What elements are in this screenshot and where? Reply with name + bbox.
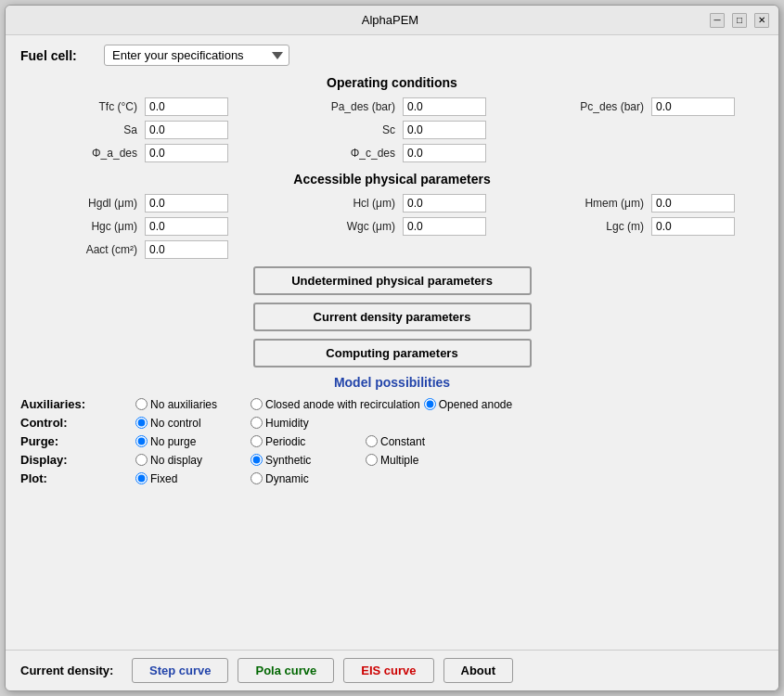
auxiliaries-row: Auxiliaries: No auxiliaries Closed anode… — [20, 397, 764, 411]
disp-multiple-radio[interactable] — [366, 454, 378, 466]
purge-constant-option[interactable]: Constant — [366, 435, 477, 448]
pa-des-input[interactable] — [403, 97, 486, 116]
display-row: Display: No display Synthetic Multiple — [20, 453, 764, 467]
window-controls: ─ □ ✕ — [710, 13, 769, 28]
sc-input[interactable] — [403, 121, 486, 139]
lgc-input[interactable] — [651, 217, 735, 236]
purge-periodic-radio[interactable] — [251, 435, 263, 447]
disp-synthetic-radio[interactable] — [251, 454, 263, 466]
operating-conditions-title: Operating conditions — [20, 75, 764, 90]
control-label: Control: — [20, 416, 132, 430]
phi-a-des-input[interactable] — [145, 144, 228, 162]
footer: Current density: Step curve Pola curve E… — [6, 650, 778, 690]
computing-button[interactable]: Computing parameters — [253, 339, 532, 367]
hcl-label: Hcl (μm) — [241, 197, 399, 210]
ctrl-humidity-option[interactable]: Humidity — [251, 417, 362, 430]
hcl-input[interactable] — [403, 194, 486, 213]
aux-closed-option[interactable]: Closed anode with recirculation — [251, 398, 420, 411]
operating-conditions-grid: Tfc (°C) Pa_des (bar) Pc_des (bar) Sa Sc… — [20, 97, 764, 162]
eis-curve-button[interactable]: EIS curve — [343, 658, 433, 683]
hmem-label: Hmem (μm) — [499, 197, 648, 210]
close-button[interactable]: ✕ — [754, 13, 769, 28]
tfc-input[interactable] — [145, 97, 228, 116]
pc-des-label: Pc_des (bar) — [499, 100, 648, 113]
about-button[interactable]: About — [443, 658, 514, 683]
sa-label: Sa — [20, 123, 141, 136]
aux-none-radio[interactable] — [135, 398, 148, 410]
disp-none-radio[interactable] — [135, 454, 148, 466]
ctrl-none-radio[interactable] — [135, 417, 148, 429]
aux-closed-radio[interactable] — [251, 398, 263, 410]
phi-a-des-label: Φ_a_des — [20, 147, 141, 160]
current-density-button[interactable]: Current density parameters — [253, 303, 532, 331]
hgdl-input[interactable] — [145, 194, 228, 213]
minimize-button[interactable]: ─ — [710, 13, 725, 28]
undetermined-button[interactable]: Undetermined physical parameters — [253, 266, 532, 295]
pola-curve-button[interactable]: Pola curve — [238, 658, 334, 683]
aact-input[interactable] — [145, 240, 228, 259]
fuel-cell-label: Fuel cell: — [20, 48, 95, 63]
hgc-label: Hgc (μm) — [20, 220, 141, 233]
fuel-cell-dropdown[interactable]: Enter your specifications — [104, 45, 289, 66]
disp-synthetic-option[interactable]: Synthetic — [251, 454, 362, 467]
purge-none-option[interactable]: No purge — [135, 435, 247, 448]
aact-label: Aact (cm²) — [20, 243, 141, 256]
wgc-input[interactable] — [403, 217, 486, 236]
hgc-input[interactable] — [145, 217, 228, 236]
hmem-input[interactable] — [651, 194, 735, 213]
model-possibilities-title: Model possibilities — [20, 375, 764, 390]
purge-label: Purge: — [20, 434, 132, 448]
plot-dynamic-option[interactable]: Dynamic — [251, 472, 362, 485]
display-label: Display: — [20, 453, 132, 467]
auxiliaries-label: Auxiliaries: — [20, 397, 132, 411]
titlebar: AlphaPEM ─ □ ✕ — [6, 6, 778, 35]
plot-row: Plot: Fixed Dynamic — [20, 471, 764, 485]
step-curve-button[interactable]: Step curve — [132, 658, 228, 683]
lgc-label: Lgc (m) — [499, 220, 648, 233]
aux-opened-option[interactable]: Opened anode — [424, 398, 535, 411]
section-buttons: Undetermined physical parameters Current… — [20, 266, 764, 367]
plot-fixed-option[interactable]: Fixed — [135, 472, 247, 485]
plot-dynamic-radio[interactable] — [251, 472, 263, 484]
current-density-footer-label: Current density: — [20, 664, 122, 677]
purge-none-radio[interactable] — [135, 435, 148, 447]
phi-c-des-input[interactable] — [403, 144, 486, 162]
hgdl-label: Hgdl (μm) — [20, 197, 141, 210]
tfc-label: Tfc (°C) — [20, 100, 141, 113]
fuel-cell-row: Fuel cell: Enter your specifications — [20, 45, 764, 66]
purge-row: Purge: No purge Periodic Constant — [20, 434, 764, 448]
disp-none-option[interactable]: No display — [135, 454, 247, 467]
window-title: AlphaPEM — [71, 13, 710, 27]
pc-des-input[interactable] — [651, 97, 735, 116]
aux-opened-radio[interactable] — [424, 398, 436, 410]
control-row: Control: No control Humidity — [20, 416, 764, 430]
sa-input[interactable] — [145, 121, 228, 139]
ctrl-humidity-radio[interactable] — [251, 417, 263, 429]
maximize-button[interactable]: □ — [732, 13, 747, 28]
accessible-physical-title: Accessible physical parameters — [20, 172, 764, 187]
phi-c-des-label: Φ_c_des — [241, 147, 399, 160]
purge-periodic-option[interactable]: Periodic — [251, 435, 362, 448]
main-window: AlphaPEM ─ □ ✕ Fuel cell: Enter your spe… — [5, 5, 779, 691]
disp-multiple-option[interactable]: Multiple — [366, 454, 477, 467]
accessible-physical-grid: Hgdl (μm) Hcl (μm) Hmem (μm) Hgc (μm) Wg… — [20, 194, 764, 259]
plot-fixed-radio[interactable] — [135, 472, 148, 484]
sc-label: Sc — [241, 123, 399, 136]
main-content: Fuel cell: Enter your specifications Ope… — [6, 35, 778, 650]
pa-des-label: Pa_des (bar) — [241, 100, 399, 113]
ctrl-none-option[interactable]: No control — [135, 417, 247, 430]
plot-label: Plot: — [20, 471, 132, 485]
purge-constant-radio[interactable] — [366, 435, 378, 447]
aux-none-option[interactable]: No auxiliaries — [135, 398, 247, 411]
wgc-label: Wgc (μm) — [241, 220, 399, 233]
